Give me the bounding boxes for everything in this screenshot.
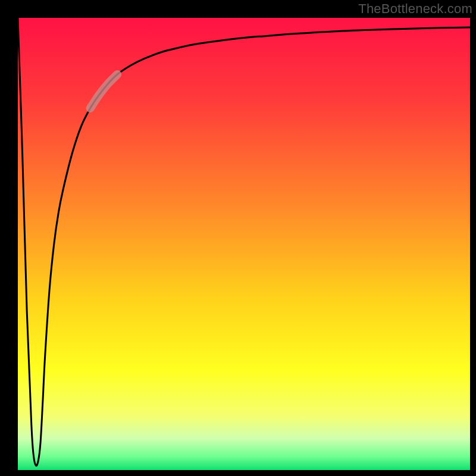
bottleneck-chart xyxy=(18,18,470,470)
watermark-text: TheBottleneck.com xyxy=(358,1,472,17)
plot-area xyxy=(18,18,470,470)
gradient-background xyxy=(18,18,470,470)
chart-frame: TheBottleneck.com xyxy=(0,0,476,476)
